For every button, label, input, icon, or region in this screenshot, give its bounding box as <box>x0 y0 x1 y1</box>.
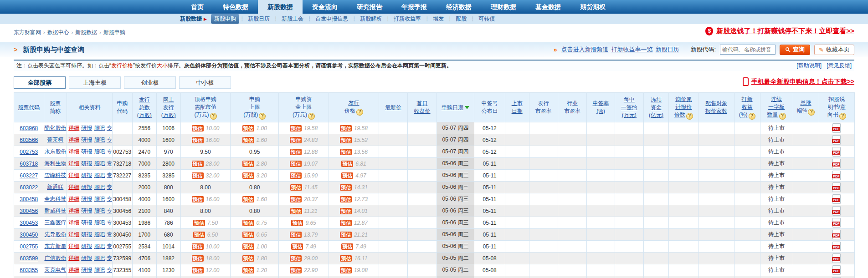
favorite-button[interactable]: ✎ 收藏本页 <box>814 45 854 55</box>
stock-code-link[interactable]: 300456 <box>20 208 38 214</box>
related-link-3[interactable]: 专题 <box>107 160 112 167</box>
stock-code-link[interactable]: 002755 <box>20 243 38 250</box>
search-button[interactable]: 查询 <box>780 45 810 55</box>
stock-name-link[interactable]: 永东股份 <box>45 148 67 155</box>
stock-name-link[interactable]: 耐威科技 <box>45 207 67 214</box>
stock-code-link[interactable]: 603227 <box>20 172 38 179</box>
related-link-2[interactable]: 股吧 <box>94 219 105 226</box>
related-link-2[interactable]: 股吧 <box>94 196 105 202</box>
col-stock-code[interactable]: 股票代码 <box>14 93 44 122</box>
pdf-icon[interactable]: PDF <box>832 159 841 168</box>
related-link-3[interactable]: 专题 <box>107 231 112 238</box>
related-link-1[interactable]: 研报 <box>81 267 92 273</box>
related-link-3[interactable]: 专题 <box>107 148 112 155</box>
sub-nav-item-1[interactable]: 新股日历 <box>245 14 273 24</box>
top-nav-item-3[interactable]: 资金流向 <box>303 0 347 14</box>
stock-name-link[interactable]: 雪峰科技 <box>45 172 67 178</box>
help-icon[interactable]: ? <box>308 113 315 120</box>
related-link-0[interactable]: 详细 <box>68 125 79 131</box>
top-nav-item-4[interactable]: 研究报告 <box>347 0 392 14</box>
related-link-1[interactable]: 研报 <box>81 207 92 214</box>
promo-banner[interactable]: $ 新股送钱了！打新赚钱停不下来！立即查看>> <box>705 27 854 35</box>
help-icon[interactable]: ? <box>749 113 755 120</box>
col-allot-objects[interactable]: 配售对象报价家数 <box>699 93 734 122</box>
help-icon[interactable]: ? <box>686 113 693 120</box>
help-icon[interactable]: ? <box>356 109 363 116</box>
related-link-0[interactable]: 详细 <box>68 148 79 155</box>
related-link-3[interactable]: 专题 <box>107 219 112 226</box>
col-total-issue[interactable]: 发行总数(万股) <box>132 93 156 122</box>
related-link-1[interactable]: 研报 <box>81 125 92 131</box>
stock-code-link[interactable]: 603718 <box>20 161 38 167</box>
stock-name-link[interactable]: 全志科技 <box>45 196 67 202</box>
col-first-day-close[interactable]: 首日收盘价 <box>408 93 437 122</box>
toolbar-link-0[interactable]: 点击进入新股频道 <box>561 46 608 53</box>
related-link-0[interactable]: 详细 <box>68 136 79 143</box>
related-link-0[interactable]: 详细 <box>68 255 79 261</box>
breadcrumb-item-2[interactable]: 新股数据 <box>75 29 97 35</box>
stock-code-link[interactable]: 300458 <box>20 196 38 202</box>
related-link-1[interactable]: 研报 <box>81 148 92 155</box>
tab-0[interactable]: 全部股票 <box>14 76 66 89</box>
related-link-3[interactable]: 专题 <box>107 267 112 273</box>
related-link-3[interactable]: 专题 <box>107 243 112 249</box>
pdf-icon[interactable]: PDF <box>832 194 841 204</box>
related-link-0[interactable]: 详细 <box>68 160 79 167</box>
related-link-3[interactable]: 专题 <box>107 172 112 178</box>
top-nav-item-1[interactable]: 特色数据 <box>213 0 258 14</box>
sub-nav-item-5[interactable]: 打新收益率 <box>390 14 424 24</box>
related-link-0[interactable]: 详细 <box>68 196 79 202</box>
sub-nav-item-2[interactable]: 新股上会 <box>278 14 307 24</box>
col-limit-board[interactable]: 连续一字板数量? <box>760 93 793 122</box>
stock-code-link[interactable]: 603566 <box>20 137 38 143</box>
related-link-3[interactable]: 专题 <box>107 125 112 131</box>
related-link-1[interactable]: 研报 <box>81 184 92 190</box>
stock-name-link[interactable]: 新通联 <box>47 184 63 190</box>
stock-code-link[interactable]: 603968 <box>20 125 38 131</box>
promo-link[interactable]: 新股送钱了！打新赚钱停不下来！立即查看>> <box>716 27 854 35</box>
related-link-2[interactable]: 股吧 <box>94 207 105 214</box>
stock-name-link[interactable]: 广信股份 <box>45 255 67 261</box>
top-nav-item-6[interactable]: 经济数据 <box>437 0 481 14</box>
stock-code-input[interactable] <box>720 45 776 55</box>
stock-code-link[interactable]: 002753 <box>20 149 38 155</box>
pdf-icon[interactable]: PDF <box>832 242 841 251</box>
related-link-2[interactable]: 股吧 <box>94 267 105 273</box>
related-link-2[interactable]: 股吧 <box>94 160 105 167</box>
pdf-icon[interactable]: PDF <box>832 230 841 239</box>
related-link-2[interactable]: 股吧 <box>94 136 105 143</box>
stock-name-link[interactable]: 先导股份 <box>45 231 67 238</box>
top-nav-item-8[interactable]: 基金数据 <box>526 0 570 14</box>
related-link-1[interactable]: 研报 <box>81 255 92 261</box>
related-link-2[interactable]: 股吧 <box>94 172 105 178</box>
related-link-2[interactable]: 股吧 <box>94 255 105 261</box>
help-icon[interactable]: ? <box>210 113 217 120</box>
sub-nav-item-7[interactable]: 配股 <box>452 14 470 24</box>
pdf-icon[interactable]: PDF <box>832 182 841 192</box>
help-link[interactable]: [帮助说明] <box>796 62 822 69</box>
related-link-1[interactable]: 研报 <box>81 160 92 167</box>
help-icon[interactable]: ? <box>839 113 846 120</box>
col-latest-price[interactable]: 最新价 <box>379 93 407 122</box>
col-inquiry-multiple[interactable]: 询价累计报价倍数? <box>668 93 699 122</box>
sub-nav-item-0[interactable]: 新股申购 <box>211 14 239 24</box>
related-link-2[interactable]: 股吧 <box>94 148 105 155</box>
help-icon[interactable]: ? <box>779 113 786 120</box>
pdf-icon[interactable]: PDF <box>832 123 841 133</box>
sub-nav-item-4[interactable]: 新股解析 <box>357 14 385 24</box>
related-link-2[interactable]: 股吧 <box>94 184 105 190</box>
related-link-1[interactable]: 研报 <box>81 243 92 249</box>
stock-name-link[interactable]: 三鑫医疗 <box>45 219 67 226</box>
help-icon[interactable]: ? <box>259 113 266 120</box>
pdf-icon[interactable]: PDF <box>832 171 841 180</box>
related-link-3[interactable]: 专题 <box>107 207 112 214</box>
related-link-0[interactable]: 详细 <box>68 207 79 214</box>
related-link-1[interactable]: 研报 <box>81 136 92 143</box>
related-link-1[interactable]: 研报 <box>81 196 92 202</box>
related-link-0[interactable]: 详细 <box>68 184 79 190</box>
toolbar-link-2[interactable]: 新股日历 <box>655 46 679 53</box>
feedback-link[interactable]: [意见反馈] <box>827 62 852 69</box>
related-link-0[interactable]: 详细 <box>68 231 79 238</box>
tab-2[interactable]: 创业板 <box>124 76 176 89</box>
pdf-icon[interactable]: PDF <box>832 147 841 157</box>
